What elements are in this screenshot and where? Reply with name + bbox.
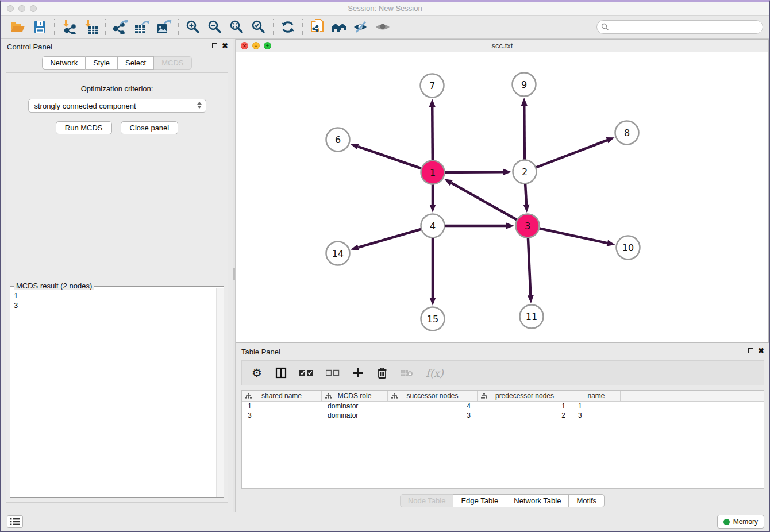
open-session-icon[interactable] [7,18,29,36]
table-cell[interactable]: 1 [478,402,572,411]
zoom-out-icon[interactable] [204,18,226,36]
table-header-row: shared nameMCDS rolesuccessor nodesprede… [242,391,764,402]
select-all-columns-icon[interactable] [299,369,313,376]
column-header-label: MCDS role [338,392,372,400]
graph-node-6[interactable]: 6 [326,128,350,152]
delete-table-icon[interactable] [401,369,413,377]
graph-arrowhead [521,98,528,106]
search-icon [601,23,609,33]
refresh-view-icon[interactable] [277,18,299,36]
save-session-icon[interactable] [29,18,51,36]
graph-node-10[interactable]: 10 [617,236,640,260]
graph-node-15[interactable]: 15 [421,307,445,331]
import-table-icon[interactable] [80,18,102,36]
tab-node-table[interactable]: Node Table [400,494,454,507]
application-window: Session: New Session [0,0,770,532]
graph-node-4[interactable]: 4 [421,214,445,238]
function-builder-icon[interactable]: f(x) [426,367,444,379]
close-panel-icon[interactable]: ✖ [222,43,228,49]
table-cell[interactable]: 3 [388,411,478,420]
tab-network-table[interactable]: Network Table [506,494,569,507]
svg-text:8: 8 [624,128,630,138]
zoom-selected-icon[interactable] [248,18,270,36]
deselect-all-columns-icon[interactable] [326,369,340,376]
tab-mcds[interactable]: MCDS [154,56,191,70]
graph-node-14[interactable]: 14 [326,242,350,265]
graph-edge-3-1 [451,183,528,226]
column-header-MCDS-role[interactable]: MCDS role [322,391,388,401]
clone-network-icon[interactable] [306,18,328,36]
graph-node-11[interactable]: 11 [520,305,544,329]
task-history-button[interactable] [7,515,23,528]
criterion-select[interactable]: strongly connected component [28,99,206,113]
svg-text:15: 15 [427,314,438,325]
zoom-in-icon[interactable] [182,18,204,36]
search-input[interactable] [596,20,763,34]
graph-arrowhead [351,244,359,250]
tab-motifs[interactable]: Motifs [569,494,605,507]
network-window-titlebar: ✕ − + scc.txt [236,40,768,52]
show-columns-icon[interactable] [275,367,287,379]
memory-label: Memory [733,518,758,526]
graph-node-7[interactable]: 7 [421,74,444,98]
table-cell[interactable]: dominator [322,402,388,411]
home-icon[interactable] [328,18,350,36]
graph-node-8[interactable]: 8 [615,121,639,145]
table-cell[interactable]: dominator [322,411,388,420]
table-row[interactable]: 3dominator323 [242,411,764,420]
graph-arrowhead [444,179,453,186]
export-network-icon[interactable] [109,18,131,36]
optimization-criterion-label: Optimization criterion: [6,84,228,93]
table-cell[interactable]: 2 [478,411,572,420]
export-table-icon[interactable] [131,18,153,36]
delete-column-icon[interactable] [376,368,388,379]
control-panel: Control Panel ✖ Network Style Select MCD… [1,39,233,512]
table-cell[interactable]: 1 [572,402,621,411]
memory-status-icon [723,519,730,525]
svg-text:3: 3 [525,221,530,232]
table-panel: Table Panel ✖ ⚙ [236,344,769,512]
graph-node-2[interactable]: 2 [513,160,537,184]
network-canvas[interactable]: 1234678910111415 [236,52,768,342]
export-image-icon[interactable] [153,18,175,36]
toolbar-separator [54,19,55,35]
add-column-icon[interactable] [352,368,364,378]
table-row[interactable]: 1dominator411 [242,402,764,411]
result-scrollbar[interactable] [216,288,224,497]
graph-node-3[interactable]: 3 [516,214,540,238]
column-header-predecessor-nodes[interactable]: predecessor nodes [478,391,572,401]
graph-node-1[interactable]: 1 [421,161,445,184]
table-cell[interactable]: 3 [242,411,322,420]
table-cell[interactable]: 1 [242,402,322,411]
svg-text:1: 1 [430,167,436,178]
control-panel-title: Control Panel [7,43,52,51]
float-table-panel-icon[interactable] [748,348,753,353]
run-mcds-button[interactable]: Run MCDS [56,121,112,134]
mcds-result-list[interactable]: 1 3 [10,288,215,497]
splitter-grip[interactable] [233,268,235,280]
settings-icon[interactable]: ⚙ [251,366,263,380]
tab-select[interactable]: Select [118,56,154,70]
float-panel-icon[interactable] [212,43,217,48]
graph-node-9[interactable]: 9 [513,73,536,97]
column-header-label: name [587,392,605,400]
column-header-name[interactable]: name [572,391,621,401]
tab-network[interactable]: Network [42,56,86,70]
tab-style[interactable]: Style [86,56,118,70]
graph-arrowhead [503,169,511,175]
column-header-successor-nodes[interactable]: successor nodes [388,391,478,401]
column-header-shared-name[interactable]: shared name [242,391,322,401]
svg-text:10: 10 [622,242,634,253]
memory-button[interactable]: Memory [717,515,764,529]
tab-edge-table[interactable]: Edge Table [453,494,506,507]
close-panel-button[interactable]: Close panel [121,121,179,134]
import-network-icon[interactable] [58,18,80,36]
show-details-icon[interactable] [372,18,394,36]
table-cell[interactable]: 4 [388,402,478,411]
close-table-panel-icon[interactable]: ✖ [758,348,764,354]
table-cell[interactable]: 3 [572,411,621,420]
hide-details-icon[interactable] [350,18,372,36]
node-table: shared nameMCDS rolesuccessor nodesprede… [241,390,764,489]
svg-text:7: 7 [429,80,435,91]
zoom-fit-icon[interactable] [226,18,248,36]
